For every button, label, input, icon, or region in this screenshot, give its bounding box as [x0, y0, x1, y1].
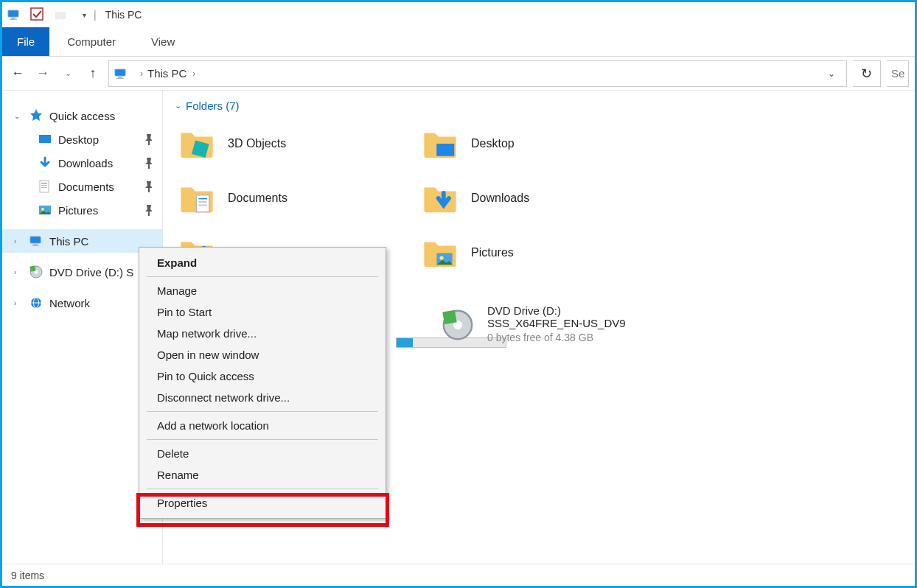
- up-button[interactable]: ↑: [83, 64, 102, 83]
- status-bar: 9 items: [2, 564, 915, 586]
- folder-icon: [422, 181, 458, 216]
- folder-pictures[interactable]: Pictures: [418, 225, 661, 280]
- pc-icon: [114, 66, 128, 81]
- drive-name: DVD Drive (D:): [487, 304, 626, 317]
- ctx-rename[interactable]: Rename: [139, 464, 386, 486]
- ctx-disconnect-drive[interactable]: Disconnect network drive...: [139, 387, 386, 408]
- chevron-right-icon[interactable]: ›: [14, 237, 23, 245]
- tree-label: Quick access: [49, 110, 115, 122]
- folder-icon: [422, 235, 458, 270]
- back-button[interactable]: ←: [8, 64, 27, 83]
- ribbon-computer-tab[interactable]: Computer: [49, 27, 133, 56]
- ribbon: File Computer View: [2, 27, 915, 57]
- tree-label: Documents: [58, 181, 114, 193]
- folder-icon: [422, 126, 458, 161]
- pc-icon: [7, 7, 21, 22]
- tree-label: This PC: [49, 235, 88, 248]
- document-icon: [38, 179, 52, 194]
- tree-downloads[interactable]: Downloads: [2, 151, 162, 175]
- properties-icon[interactable]: [30, 7, 45, 22]
- folder-label: Desktop: [471, 137, 515, 150]
- drive-subtext: 0 bytes free of 4.38 GB: [487, 332, 626, 343]
- network-icon: [29, 295, 43, 310]
- pin-icon: [142, 181, 152, 192]
- window-title: This PC: [105, 9, 142, 21]
- picture-icon: [38, 203, 52, 217]
- nav-bar: ← → ⌄ ↑ › This PC › ⌄ ↻ Se: [2, 57, 915, 91]
- folder-3d-objects[interactable]: 3D Objects: [175, 116, 418, 171]
- star-icon: [29, 108, 43, 123]
- folder-label: Pictures: [471, 246, 514, 259]
- new-folder-icon[interactable]: [54, 7, 69, 22]
- folder-label: Documents: [228, 192, 287, 205]
- pc-icon: [29, 234, 43, 248]
- ctx-separator: [147, 489, 378, 489]
- pin-icon: [142, 158, 152, 169]
- tree-pictures[interactable]: Pictures: [2, 198, 162, 222]
- disc-icon: [440, 307, 475, 343]
- ribbon-view-tab[interactable]: View: [133, 27, 192, 56]
- ctx-manage[interactable]: Manage: [139, 280, 386, 301]
- pin-icon: [142, 134, 152, 145]
- address-dropdown-icon[interactable]: ⌄: [821, 69, 842, 79]
- ctx-properties[interactable]: Properties: [139, 492, 386, 514]
- chevron-down-icon[interactable]: ⌄: [14, 112, 23, 120]
- chevron-right-icon[interactable]: ›: [14, 299, 23, 307]
- title-bar: ▾ | This PC: [2, 2, 915, 27]
- ctx-delete[interactable]: Delete: [139, 443, 386, 464]
- section-folders-header[interactable]: ⌄ Folders (7): [175, 99, 903, 112]
- search-input[interactable]: Se: [887, 60, 909, 87]
- title-separator: |: [94, 9, 97, 21]
- ctx-map-drive[interactable]: Map network drive...: [139, 323, 386, 344]
- chevron-down-icon: ⌄: [175, 101, 181, 111]
- qat-dropdown-icon[interactable]: ▾: [80, 11, 88, 18]
- drive-dvd[interactable]: DVD Drive (D:) SSS_X64FRE_EN-US_DV9 0 by…: [436, 301, 679, 346]
- section-label: Folders (7): [186, 99, 240, 112]
- folder-label: Downloads: [471, 192, 529, 205]
- pin-icon: [142, 205, 152, 216]
- status-item-count: 9 items: [11, 570, 44, 581]
- tree-quick-access[interactable]: ⌄ Quick access: [2, 104, 162, 127]
- tree-label: Downloads: [58, 157, 113, 169]
- folder-icon: [179, 181, 215, 216]
- chevron-right-icon[interactable]: ›: [192, 69, 195, 79]
- svg-rect-22: [436, 144, 454, 156]
- chevron-right-icon[interactable]: ›: [140, 69, 143, 79]
- download-icon: [38, 155, 52, 170]
- ctx-expand[interactable]: Expand: [139, 252, 386, 273]
- folder-downloads[interactable]: Downloads: [418, 171, 661, 225]
- ctx-separator: [147, 411, 378, 412]
- ctx-add-network-location[interactable]: Add a network location: [139, 415, 386, 436]
- tree-documents[interactable]: Documents: [2, 175, 162, 198]
- chevron-right-icon[interactable]: ›: [14, 268, 23, 276]
- ctx-pin-quick-access[interactable]: Pin to Quick access: [139, 365, 386, 387]
- tree-label: Desktop: [58, 133, 99, 146]
- explorer-window: ▾ | This PC File Computer View ← → ⌄ ↑ ›…: [0, 0, 917, 588]
- forward-button[interactable]: →: [33, 64, 52, 83]
- folder-desktop[interactable]: Desktop: [418, 116, 661, 171]
- recent-locations-icon[interactable]: ⌄: [58, 64, 77, 83]
- quick-access-toolbar: ▾: [7, 7, 88, 22]
- refresh-button[interactable]: ↻: [853, 60, 881, 87]
- desktop-icon: [38, 132, 52, 147]
- ctx-pin-start[interactable]: Pin to Start: [139, 301, 386, 323]
- tree-label: Network: [49, 297, 90, 309]
- address-bar[interactable]: › This PC › ⌄: [108, 60, 847, 87]
- ctx-separator: [147, 276, 378, 277]
- disc-icon: [29, 265, 43, 279]
- folder-label: 3D Objects: [228, 137, 286, 150]
- folder-icon: [179, 126, 215, 161]
- ribbon-file-tab[interactable]: File: [2, 27, 49, 56]
- tree-label: Pictures: [58, 204, 98, 217]
- svg-rect-20: [39, 135, 51, 143]
- folder-documents[interactable]: Documents: [175, 171, 418, 225]
- ctx-separator: [147, 439, 378, 440]
- tree-label: DVD Drive (D:) S: [49, 266, 133, 279]
- breadcrumb-root[interactable]: This PC: [147, 67, 186, 80]
- context-menu: Expand Manage Pin to Start Map network d…: [139, 247, 386, 519]
- svg-rect-19: [55, 12, 66, 19]
- tree-desktop[interactable]: Desktop: [2, 127, 162, 151]
- drive-name-2: SSS_X64FRE_EN-US_DV9: [487, 317, 626, 329]
- ctx-open-new-window[interactable]: Open in new window: [139, 344, 386, 365]
